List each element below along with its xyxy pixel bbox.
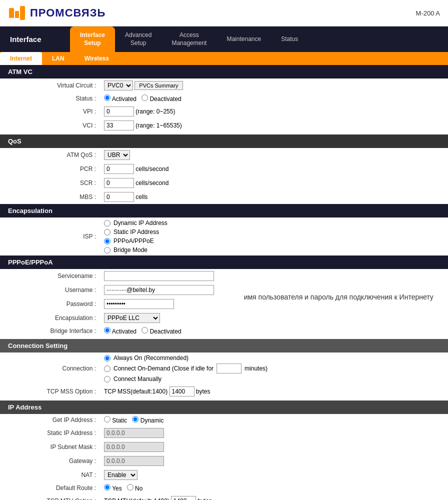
isp-options: Dynamic IP Address Static IP Address PPP…: [104, 220, 444, 254]
connection-setting-header: Connection Setting: [0, 339, 448, 352]
vpi-input[interactable]: [104, 106, 134, 116]
model-label: M-200 A: [416, 10, 440, 17]
tcp-mtu-label: TCP MTU Option :: [0, 494, 100, 500]
nat-select[interactable]: Enable Disable: [104, 470, 138, 480]
default-route-yes-radio[interactable]: Yes: [104, 485, 124, 492]
bridge-activated-radio[interactable]: Activated: [104, 328, 138, 335]
mbs-input[interactable]: [104, 192, 134, 202]
subnet-mask-label: IP Subnet Mask :: [0, 440, 100, 454]
connection-options: Always On (Recommended) Connect On-Deman…: [104, 354, 444, 382]
mbs-label: MBS :: [0, 190, 100, 204]
atm-qos-select[interactable]: UBR CBR VBR: [104, 150, 130, 160]
gateway-label: Gateway :: [0, 454, 100, 468]
nat-label: NAT :: [0, 468, 100, 482]
mbs-unit: cells: [136, 194, 148, 200]
tab-interface-setup[interactable]: InterfaceSetup: [70, 26, 115, 52]
idle-minutes-input[interactable]: [216, 364, 242, 374]
encapsulation-header: Encapsulation: [0, 204, 448, 218]
password-input[interactable]: [104, 299, 174, 309]
logo-icon: [8, 4, 26, 22]
status-activated-label: Activated: [112, 96, 136, 102]
isp-bridge-mode[interactable]: Bridge Mode: [104, 246, 444, 254]
gateway-input[interactable]: [104, 456, 164, 466]
atm-qos-label: ATM QoS :: [0, 148, 100, 162]
vpi-label: VPI :: [0, 104, 100, 118]
vci-label: VCI :: [0, 118, 100, 132]
static-ip-input[interactable]: [104, 428, 164, 438]
tab-access-management[interactable]: AccessManagement: [162, 26, 216, 52]
logo-text: ПРОМСВЯЗЬ: [30, 6, 106, 20]
pcr-label: PCR :: [0, 162, 100, 176]
qos-table: ATM QoS : UBR CBR VBR PCR : cells/second…: [0, 148, 448, 204]
status-deactivated-radio[interactable]: Deactivated: [142, 96, 182, 102]
logo-area: ПРОМСВЯЗЬ: [8, 4, 106, 22]
servicename-input[interactable]: [104, 271, 214, 281]
vci-input[interactable]: [104, 120, 134, 130]
bridge-deactivated-label: Deactivated: [150, 328, 181, 335]
sub-nav-lan[interactable]: LAN: [42, 52, 74, 65]
pvcs-summary-button[interactable]: PVCs Summary: [134, 81, 182, 90]
bridge-interface-label: Bridge Interface :: [0, 325, 100, 337]
get-ip-dynamic-radio[interactable]: Dynamic: [132, 417, 164, 424]
nav-interface-label: Interface: [0, 26, 70, 52]
atm-vc-header: ATM VC: [0, 65, 448, 78]
default-route-yes-label: Yes: [112, 485, 122, 492]
tcp-mss-input[interactable]: [170, 386, 194, 396]
encapsulation-table: ISP : Dynamic IP Address Static IP Addre…: [0, 218, 448, 256]
get-ip-static-label: Static: [112, 417, 127, 424]
connection-label: Connection :: [0, 352, 100, 384]
svg-rect-1: [15, 11, 19, 18]
default-route-no-radio[interactable]: No: [127, 485, 143, 492]
nav-tabs: InterfaceSetup AdvancedSetup AccessManag…: [70, 26, 448, 52]
connect-manually-radio[interactable]: Connect Manually: [104, 376, 444, 382]
tab-advanced-setup[interactable]: AdvancedSetup: [115, 26, 162, 52]
get-ip-dynamic-label: Dynamic: [140, 417, 164, 424]
username-input[interactable]: [104, 285, 214, 295]
svg-rect-2: [20, 6, 25, 20]
scr-input[interactable]: [104, 178, 134, 188]
password-label: Password :: [0, 297, 100, 311]
get-ip-static-radio[interactable]: Static: [104, 417, 129, 424]
default-route-no-label: No: [135, 485, 142, 492]
default-route-label: Default Route :: [0, 482, 100, 494]
connect-on-demand-radio[interactable]: Connect On-Demand (Close if idle for min…: [104, 364, 444, 374]
tcp-mss-unit: bytes: [196, 388, 210, 395]
content: ATM VC Virtual Circuit : PVC0 PVCs Summa…: [0, 65, 448, 500]
status-activated-radio[interactable]: Activated: [104, 96, 138, 102]
tab-status[interactable]: Status: [271, 26, 308, 52]
tcp-mtu-input[interactable]: [171, 496, 196, 500]
connection-table: Connection : Always On (Recommended) Con…: [0, 352, 448, 398]
encapsulation-select[interactable]: PPPoE LLC PPPoE VC-Mux PPPoA LLC PPPoA V…: [104, 313, 160, 323]
servicename-label: Servicename :: [0, 269, 100, 283]
sub-nav-internet[interactable]: Internet: [0, 52, 42, 65]
isp-label: ISP :: [0, 218, 100, 256]
vci-range: (range: 1~65535): [136, 122, 182, 129]
svg-rect-0: [9, 8, 14, 18]
isp-dynamic-ip[interactable]: Dynamic IP Address: [104, 220, 444, 226]
pppoe-table: Servicename : имя пользователя и пароль …: [0, 269, 448, 337]
tab-maintenance[interactable]: Maintenance: [216, 26, 271, 52]
isp-pppoa-pppoe[interactable]: PPPoA/PPPoE: [104, 238, 444, 244]
scr-unit: cells/second: [136, 180, 168, 186]
bridge-deactivated-radio[interactable]: Deactivated: [142, 328, 182, 335]
always-on-radio[interactable]: Always On (Recommended): [104, 354, 444, 362]
virtual-circuit-value: PVC0 PVCs Summary: [100, 78, 448, 92]
status-deactivated-label: Deactivated: [150, 96, 181, 102]
sub-nav-wireless[interactable]: Wireless: [74, 52, 119, 65]
tcp-mss-text: TCP MSS(default:1400): [104, 388, 168, 395]
header: ПРОМСВЯЗЬ M-200 A: [0, 0, 448, 26]
pppoe-pppoa-header: PPPoE/PPPoA: [0, 256, 448, 269]
subnet-mask-input[interactable]: [104, 442, 164, 452]
isp-static-ip[interactable]: Static IP Address: [104, 228, 444, 236]
pcr-input[interactable]: [104, 164, 134, 174]
encapsulation-field-label: Encapsulation :: [0, 311, 100, 325]
virtual-circuit-select[interactable]: PVC0: [104, 80, 133, 90]
get-ip-label: Get IP Address :: [0, 414, 100, 426]
qos-header: QoS: [0, 134, 448, 148]
sub-nav: Internet LAN Wireless: [0, 52, 448, 65]
atm-vc-table: Virtual Circuit : PVC0 PVCs Summary Stat…: [0, 78, 448, 132]
nav-bar: Interface InterfaceSetup AdvancedSetup A…: [0, 26, 448, 52]
virtual-circuit-label: Virtual Circuit :: [0, 78, 100, 92]
scr-label: SCR :: [0, 176, 100, 190]
tcp-mtu-unit: bytes: [198, 498, 212, 500]
